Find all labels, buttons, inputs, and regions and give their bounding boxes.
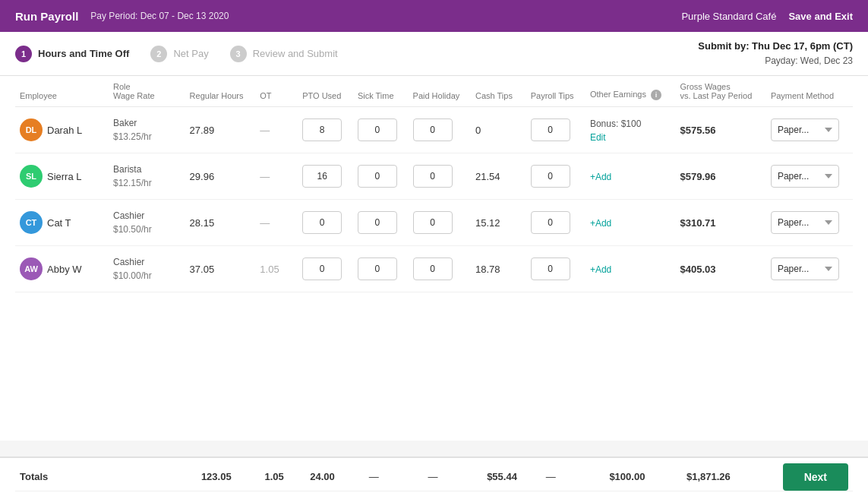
avatar: AW	[20, 257, 43, 280]
step-3-label: Review and Submit	[253, 48, 338, 59]
step-2-circle: 2	[150, 46, 167, 62]
cash-tips-val: 15.12	[471, 200, 526, 246]
pto-field[interactable]	[303, 212, 341, 233]
role-name: Barista	[113, 163, 181, 176]
payday: Payday: Wed, Dec 23	[698, 54, 853, 68]
step-3[interactable]: 3 Review and Submit	[230, 46, 338, 62]
col-ot: OT	[255, 76, 298, 107]
payment-method-select[interactable]: Paper... Direct Deposit Paper Check	[771, 118, 839, 141]
steps-bar: 1 Hours and Time Off 2 Net Pay 3 Review …	[0, 32, 868, 76]
sick-field[interactable]	[358, 258, 396, 280]
holiday-field[interactable]	[414, 119, 452, 141]
pay-period: Pay Period: Dec 07 - Dec 13 2020	[90, 11, 229, 21]
col-role: RoleWage Rate	[109, 76, 185, 107]
table-row: CT Cat T Cashier $10.50/hr 28.15 —	[15, 200, 853, 246]
avatar: SL	[20, 165, 43, 188]
col-pto: PTO Used	[298, 76, 353, 107]
gross-wages: $579.96	[676, 153, 766, 200]
pto-field[interactable]	[303, 258, 341, 280]
ot-hours: —	[255, 107, 298, 153]
step-1[interactable]: 1 Hours and Time Off	[15, 46, 129, 62]
add-other-earnings-link[interactable]: +Add	[590, 172, 611, 182]
sick-input[interactable]	[358, 211, 397, 234]
payroll-tips-field[interactable]	[532, 166, 570, 187]
role-cell: Cashier $10.00/hr	[113, 255, 181, 283]
payroll-tips-field[interactable]	[532, 119, 570, 141]
payroll-tips-input[interactable]	[531, 165, 570, 188]
other-earnings-cell: +Add	[586, 246, 676, 292]
regular-hours: 29.96	[185, 153, 256, 200]
payroll-tips-field[interactable]	[532, 258, 570, 280]
edit-other-earnings-link[interactable]: Edit	[590, 132, 671, 143]
payroll-tips-input[interactable]	[531, 118, 570, 141]
pto-input[interactable]	[302, 257, 342, 280]
pto-field[interactable]	[303, 119, 341, 141]
other-earnings-cell: +Add	[586, 153, 676, 200]
payroll-tips-input[interactable]	[531, 257, 570, 280]
other-earnings-info-icon[interactable]: i	[651, 90, 661, 100]
col-sick: Sick Time	[353, 76, 409, 107]
pto-input[interactable]	[302, 118, 342, 141]
role-name: Cashier	[113, 209, 181, 223]
employee-name: Sierra L	[47, 171, 82, 182]
payroll-tips-input[interactable]	[531, 211, 570, 234]
add-other-earnings-link[interactable]: +Add	[590, 264, 611, 275]
holiday-input[interactable]	[413, 118, 453, 141]
payment-method-select[interactable]: Paper... Direct Deposit Paper Check	[771, 211, 839, 234]
employee-name: Cat T	[47, 217, 71, 229]
main-content: Employee RoleWage Rate Regular Hours OT …	[0, 76, 868, 441]
cafe-name: Purple Standard Café	[681, 11, 776, 22]
top-bar-left: Run Payroll Pay Period: Dec 07 - Dec 13 …	[15, 10, 229, 23]
add-other-earnings-link[interactable]: +Add	[590, 218, 611, 229]
role-cell: Barista $12.15/hr	[113, 163, 181, 190]
sick-field[interactable]	[358, 119, 396, 141]
step-2[interactable]: 2 Net Pay	[150, 46, 208, 62]
employee-name: Abby W	[47, 264, 82, 275]
col-other: Other Earnings i	[586, 76, 676, 107]
role-cell: Baker $13.25/hr	[113, 116, 181, 144]
regular-hours: 28.15	[185, 200, 256, 246]
cash-tips-val: 21.54	[471, 153, 526, 200]
holiday-input[interactable]	[413, 257, 453, 280]
role-cell: Cashier $10.50/hr	[113, 209, 181, 236]
ot-hours: —	[255, 153, 298, 200]
avatar: CT	[20, 211, 43, 234]
sick-input[interactable]	[358, 257, 397, 280]
holiday-field[interactable]	[414, 212, 452, 233]
submit-by: Submit by: Thu Dec 17, 6pm (CT)	[698, 39, 853, 55]
sick-field[interactable]	[358, 166, 396, 187]
pto-input[interactable]	[302, 165, 342, 188]
col-cash-tips: Cash Tips	[471, 76, 526, 107]
employee-cell: AW Abby W	[20, 257, 104, 280]
save-exit-button[interactable]: Save and Exit	[788, 11, 853, 22]
table-row: DL Darah L Baker $13.25/hr 27.89 —	[15, 107, 853, 153]
other-earnings-cell: Bonus: $100 Edit	[586, 107, 676, 153]
col-payroll-tips: Payroll Tips	[526, 76, 586, 107]
bonus-text: Bonus: $100	[590, 118, 641, 129]
holiday-field[interactable]	[414, 258, 452, 280]
payment-method-select[interactable]: Paper... Direct Deposit Paper Check	[771, 257, 839, 280]
holiday-input[interactable]	[413, 165, 453, 188]
step-2-label: Net Pay	[173, 48, 208, 59]
gross-wages: $405.03	[676, 246, 766, 292]
payment-method-select[interactable]: Paper... Direct Deposit Paper Check	[771, 165, 839, 188]
sick-input[interactable]	[358, 165, 397, 188]
table-row: AW Abby W Cashier $10.00/hr 37.05 1.05	[15, 246, 853, 292]
col-gross: Gross Wagesvs. Last Pay Period	[676, 76, 766, 107]
regular-hours: 37.05	[185, 246, 256, 292]
holiday-input[interactable]	[413, 211, 453, 234]
pto-input[interactable]	[302, 211, 342, 234]
page-title: Run Payroll	[15, 10, 78, 23]
sick-field[interactable]	[358, 212, 396, 233]
sick-input[interactable]	[358, 118, 397, 141]
employee-name: Darah L	[47, 125, 82, 136]
employee-cell: DL Darah L	[20, 118, 104, 141]
pto-field[interactable]	[303, 166, 341, 187]
col-holiday: Paid Holiday	[409, 76, 471, 107]
other-earnings-cell: +Add	[586, 200, 676, 246]
col-payment: Payment Method	[766, 76, 853, 107]
gross-wages: $310.71	[676, 200, 766, 246]
gross-wages: $575.56	[676, 107, 766, 153]
holiday-field[interactable]	[414, 166, 452, 187]
payroll-tips-field[interactable]	[532, 212, 570, 233]
